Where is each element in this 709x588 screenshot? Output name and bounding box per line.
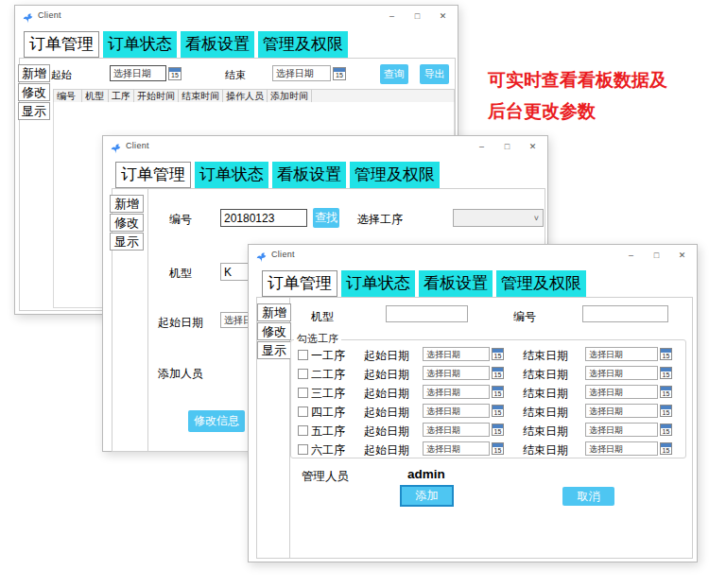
- row-end-date-picker[interactable]: 选择日期15: [585, 366, 672, 380]
- sidebar-item-add[interactable]: 新增: [110, 195, 144, 213]
- process-checkbox[interactable]: [298, 350, 308, 360]
- process-checkbox[interactable]: [298, 425, 308, 436]
- calendar-icon[interactable]: 15: [660, 405, 672, 417]
- calendar-icon[interactable]: 15: [492, 442, 504, 455]
- calendar-icon[interactable]: 15: [333, 67, 346, 80]
- sidebar-item-add[interactable]: 新增: [257, 303, 291, 321]
- calendar-icon[interactable]: 15: [492, 367, 504, 379]
- tab-order-status[interactable]: 订单状态: [195, 162, 268, 188]
- calendar-icon[interactable]: 15: [660, 386, 672, 398]
- tab-board-settings[interactable]: 看板设置: [272, 162, 346, 188]
- export-button[interactable]: 导出: [420, 64, 449, 84]
- sidebar-item-modify[interactable]: 修改: [18, 83, 50, 101]
- tab-admin-permissions[interactable]: 管理及权限: [350, 162, 440, 188]
- column-header[interactable]: 工序: [109, 90, 134, 102]
- window-controls: – □ ✕: [469, 136, 545, 157]
- row-end-date-picker[interactable]: 选择日期15: [585, 404, 672, 418]
- close-button[interactable]: ✕: [430, 6, 456, 26]
- process-checkbox[interactable]: [298, 406, 308, 417]
- row-end-date-picker[interactable]: 选择日期15: [585, 423, 672, 437]
- process-checkbox[interactable]: [298, 444, 308, 455]
- sidebar-item-modify[interactable]: 修改: [110, 214, 144, 232]
- desktop: Client – □ ✕ 订单管理 订单状态 看板设置 管理及权限 新增 修改 …: [0, 0, 709, 588]
- row-start-date-picker[interactable]: 选择日期15: [423, 385, 504, 399]
- model-input[interactable]: [386, 305, 468, 322]
- calendar-icon[interactable]: 15: [660, 348, 672, 360]
- end-date-picker[interactable]: 选择日期 15: [272, 65, 346, 81]
- titlebar: Client – □ ✕: [103, 136, 547, 157]
- column-header[interactable]: 机型: [82, 90, 109, 102]
- sidebar-item-add[interactable]: 新增: [18, 64, 50, 82]
- find-button[interactable]: 查找: [313, 208, 339, 228]
- close-button[interactable]: ✕: [669, 245, 695, 266]
- calendar-icon[interactable]: 15: [660, 367, 672, 379]
- process-name: 四工序: [311, 405, 345, 421]
- row-start-date-label: 起始日期: [364, 424, 409, 440]
- tab-order-status[interactable]: 订单状态: [103, 31, 177, 58]
- column-header[interactable]: 添加时间: [268, 90, 312, 102]
- row-start-date-picker[interactable]: 选择日期15: [423, 366, 504, 380]
- tab-order-management[interactable]: 订单管理: [115, 162, 191, 188]
- query-button[interactable]: 查询: [380, 64, 408, 84]
- process-row: 四工序 起始日期 选择日期15 结束日期 选择日期15: [249, 404, 697, 419]
- tab-board-settings[interactable]: 看板设置: [419, 270, 493, 297]
- row-end-date-picker[interactable]: 选择日期15: [585, 441, 672, 456]
- row-end-date-label: 结束日期: [523, 348, 568, 364]
- row-start-date-picker[interactable]: 选择日期15: [423, 441, 504, 456]
- calendar-icon[interactable]: 15: [660, 424, 672, 436]
- calendar-icon[interactable]: 15: [168, 67, 182, 80]
- order-number-input[interactable]: [220, 209, 307, 227]
- cancel-button[interactable]: 取消: [562, 487, 614, 506]
- maximize-button[interactable]: □: [494, 136, 520, 157]
- window-title: Client: [38, 10, 61, 20]
- process-checkbox[interactable]: [298, 388, 308, 398]
- maximize-button[interactable]: □: [405, 6, 430, 26]
- calendar-icon[interactable]: 15: [492, 348, 504, 360]
- process-name: 三工序: [311, 386, 345, 402]
- start-date-picker[interactable]: 选择日期 15: [110, 65, 182, 81]
- process-name: 一工序: [311, 348, 345, 364]
- add-button[interactable]: 添加: [400, 485, 454, 507]
- process-checkbox[interactable]: [298, 369, 308, 379]
- tab-board-settings[interactable]: 看板设置: [181, 31, 254, 58]
- tab-admin-permissions[interactable]: 管理及权限: [258, 31, 348, 58]
- process-select[interactable]: ˅: [453, 209, 544, 227]
- window-title: Client: [271, 250, 295, 259]
- row-end-date-picker[interactable]: 选择日期15: [585, 385, 672, 399]
- order-number-input[interactable]: [582, 305, 668, 322]
- process-name: 五工序: [311, 424, 345, 440]
- sidebar-item-modify[interactable]: 修改: [257, 322, 291, 340]
- column-header[interactable]: 编号: [54, 90, 82, 102]
- start-date-label: 起始日期: [158, 315, 203, 331]
- row-start-date-picker[interactable]: 选择日期15: [423, 404, 504, 418]
- row-start-date-picker[interactable]: 选择日期15: [423, 423, 504, 437]
- calendar-icon[interactable]: 15: [660, 442, 672, 455]
- calendar-icon[interactable]: 15: [492, 424, 504, 436]
- row-start-date-label: 起始日期: [364, 405, 409, 421]
- row-start-date-label: 起始日期: [364, 367, 409, 383]
- row-start-date-picker[interactable]: 选择日期15: [423, 347, 504, 361]
- minimize-button[interactable]: –: [379, 6, 405, 26]
- row-start-date-label: 起始日期: [364, 442, 409, 458]
- sidebar-item-display[interactable]: 显示: [18, 102, 50, 120]
- modify-info-button[interactable]: 修改信息: [188, 410, 245, 432]
- minimize-button[interactable]: –: [469, 136, 494, 157]
- tab-order-management[interactable]: 订单管理: [24, 31, 99, 58]
- sidebar-item-display[interactable]: 显示: [110, 233, 144, 251]
- maximize-button[interactable]: □: [644, 245, 669, 266]
- order-number-label: 编号: [513, 309, 536, 325]
- calendar-icon[interactable]: 15: [492, 386, 504, 398]
- process-row: 一工序 起始日期 选择日期15 结束日期 选择日期15: [249, 347, 697, 362]
- column-header[interactable]: 操作人员: [223, 90, 268, 102]
- column-header[interactable]: 开始时间: [134, 90, 179, 102]
- tab-order-status[interactable]: 订单状态: [341, 270, 415, 297]
- calendar-icon[interactable]: 15: [492, 405, 504, 417]
- column-header[interactable]: 结束时间: [179, 90, 223, 102]
- sidebar-divider: [147, 188, 148, 452]
- minimize-button[interactable]: –: [618, 245, 644, 266]
- tab-order-management[interactable]: 订单管理: [262, 270, 337, 297]
- close-button[interactable]: ✕: [520, 136, 545, 157]
- tab-admin-permissions[interactable]: 管理及权限: [496, 270, 586, 297]
- end-date-label: 结束: [225, 68, 246, 82]
- row-end-date-picker[interactable]: 选择日期15: [585, 347, 672, 361]
